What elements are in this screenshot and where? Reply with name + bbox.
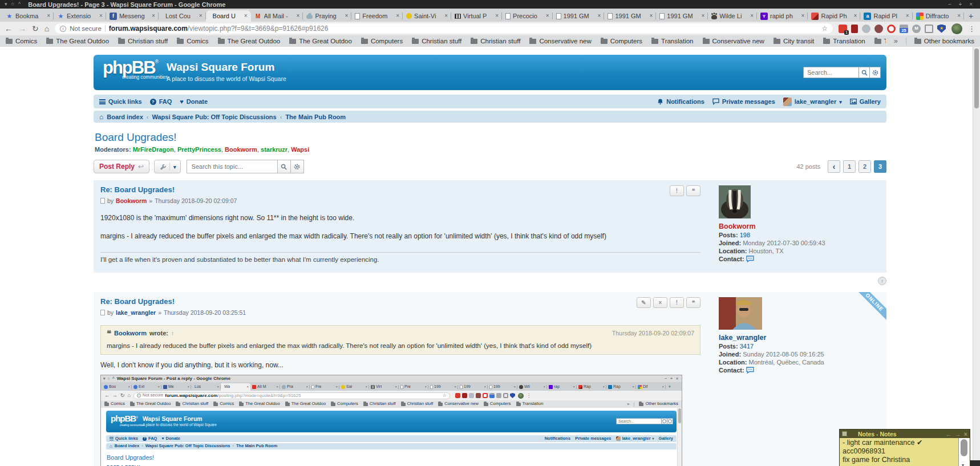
topic-title[interactable]: Board Upgrades! bbox=[95, 131, 886, 144]
notes-back-button[interactable]: ← bbox=[946, 431, 952, 437]
browser-tab[interactable]: Freedom bbox=[351, 10, 403, 22]
home-button[interactable]: ⌂ bbox=[44, 25, 49, 33]
bookmark-folder[interactable]: Conservative new bbox=[529, 38, 591, 44]
tab-close-icon[interactable] bbox=[854, 13, 857, 19]
moderator-link[interactable]: Wapsi bbox=[291, 146, 309, 153]
browser-tab[interactable]: Rapid Ph bbox=[808, 10, 860, 22]
post-action-button[interactable]: × bbox=[653, 297, 667, 308]
quote-jump-icon[interactable]: ↑ bbox=[171, 330, 174, 338]
profile-username[interactable]: lake_wrangler bbox=[719, 334, 880, 342]
extension-icon[interactable] bbox=[925, 25, 933, 33]
bookmark-folder[interactable]: Translation bbox=[874, 38, 886, 44]
bookmark-folder[interactable]: Comics bbox=[177, 38, 208, 44]
pm-contact-icon[interactable] bbox=[746, 256, 754, 264]
quick-links-menu[interactable]: Quick links bbox=[99, 98, 142, 105]
pm-contact-icon[interactable] bbox=[746, 367, 754, 375]
tab-close-icon[interactable] bbox=[199, 13, 203, 19]
page-number-button[interactable]: 2 bbox=[858, 160, 871, 173]
bookmark-folder[interactable]: The Great Outdoo bbox=[289, 38, 352, 44]
nested-tab[interactable]: Los bbox=[191, 383, 221, 391]
browser-tab[interactable]: Precocio bbox=[502, 10, 552, 22]
extension-icon[interactable] bbox=[862, 25, 870, 33]
browser-menu-icon[interactable]: ⋮ bbox=[968, 25, 975, 33]
nested-tab[interactable]: Pre bbox=[399, 383, 428, 391]
moderator-link[interactable]: PrettyPrincess bbox=[177, 146, 225, 153]
tab-close-icon[interactable] bbox=[495, 13, 499, 19]
avatar[interactable] bbox=[719, 297, 762, 330]
tab-close-icon[interactable] bbox=[444, 13, 448, 19]
new-tab-button[interactable]: + bbox=[964, 10, 978, 22]
moderator-link[interactable]: Bookworm bbox=[225, 146, 261, 153]
browser-tab[interactable]: All Mail - bbox=[251, 10, 303, 22]
bookmarks-overflow-button[interactable]: » bbox=[894, 37, 898, 45]
window-sticky-icon[interactable]: ○ bbox=[11, 2, 14, 7]
bookmark-folder[interactable]: Christian stuff bbox=[471, 38, 520, 44]
post-reply-button[interactable]: Post Reply↩ bbox=[94, 160, 149, 173]
bookmark-folder[interactable]: The Great Outdoo bbox=[218, 38, 281, 44]
avatar[interactable] bbox=[719, 185, 751, 218]
breadcrumb-room[interactable]: The Main Pub Room bbox=[285, 114, 346, 120]
notes-scroll-down-icon[interactable] bbox=[962, 463, 964, 466]
tab-close-icon[interactable] bbox=[47, 13, 50, 19]
browser-tab[interactable]: 1991 GM bbox=[553, 10, 605, 22]
nested-tab[interactable]: Wil bbox=[517, 383, 547, 391]
extension-icon[interactable] bbox=[912, 25, 921, 33]
browser-tab[interactable]: Virtual P bbox=[451, 10, 502, 22]
post-action-button[interactable]: ❝ bbox=[686, 297, 700, 308]
faq-link[interactable]: FAQ bbox=[150, 98, 172, 105]
notifications-link[interactable]: Notifications bbox=[657, 98, 704, 105]
topic-search-settings-button[interactable] bbox=[290, 160, 304, 173]
nested-tab[interactable]: Dif bbox=[636, 383, 666, 391]
forward-button[interactable]: → bbox=[18, 25, 26, 33]
nested-tab[interactable]: Me bbox=[161, 383, 191, 391]
post-action-button[interactable]: ! bbox=[670, 297, 684, 308]
notes-widget[interactable]: Notes - Notes ← → × - light car maintena… bbox=[840, 429, 970, 466]
tab-close-icon[interactable] bbox=[598, 13, 601, 19]
post-title-link[interactable]: Re: Board Upgrades! bbox=[100, 185, 700, 194]
search-input[interactable] bbox=[803, 67, 859, 78]
post-author-link[interactable]: lake_wrangler bbox=[116, 309, 156, 316]
extension-icon[interactable] bbox=[839, 25, 847, 33]
other-bookmarks-button[interactable]: Other bookmarks bbox=[914, 38, 974, 44]
browser-tab[interactable]: Rapid Pl bbox=[860, 10, 912, 22]
bookmark-folder[interactable]: Computers bbox=[601, 38, 642, 44]
nested-tab[interactable]: All M bbox=[250, 383, 280, 391]
extension-icon[interactable] bbox=[887, 25, 896, 33]
nested-tab[interactable]: Sai bbox=[339, 383, 369, 391]
extension-icon[interactable] bbox=[900, 25, 908, 33]
nested-tab[interactable]: Boo bbox=[102, 383, 132, 391]
breadcrumb-board-index[interactable]: Board index bbox=[107, 114, 143, 120]
post-action-button[interactable]: ✎ bbox=[637, 297, 651, 308]
tab-close-icon[interactable] bbox=[345, 13, 349, 19]
profile-username[interactable]: Bookworm bbox=[719, 222, 880, 230]
notes-close-button[interactable]: × bbox=[964, 431, 967, 437]
nested-tab[interactable]: 199 bbox=[488, 383, 517, 391]
post-icon[interactable] bbox=[100, 198, 105, 204]
bookmark-folder[interactable]: Christian stuff bbox=[118, 38, 168, 44]
browser-tab[interactable]: Board U bbox=[206, 10, 251, 22]
scrollbar-thumb[interactable] bbox=[974, 48, 979, 108]
bookmark-folder[interactable]: Translation bbox=[823, 38, 865, 44]
nested-tab[interactable]: 199 bbox=[458, 383, 488, 391]
browser-tab[interactable]: rapid ph bbox=[757, 10, 808, 22]
extension-icon[interactable] bbox=[851, 25, 858, 33]
moderator-link[interactable]: starkruzr bbox=[261, 146, 291, 153]
tab-close-icon[interactable] bbox=[396, 13, 399, 19]
nested-tab[interactable]: Pra bbox=[280, 383, 310, 391]
posts-count-link[interactable]: 3417 bbox=[740, 343, 754, 350]
user-menu[interactable]: lake_wrangler bbox=[783, 98, 842, 106]
nested-tab[interactable]: Rap bbox=[606, 383, 636, 391]
notes-scrollbar-thumb[interactable] bbox=[961, 439, 967, 456]
profile-avatar[interactable] bbox=[951, 23, 962, 34]
bookmark-star-icon[interactable]: ☆ bbox=[821, 25, 828, 33]
nested-tab[interactable]: Virt bbox=[369, 383, 399, 391]
browser-tab[interactable]: 1991 GM bbox=[656, 10, 708, 22]
post-title-link[interactable]: Re: Board Upgrades! bbox=[100, 297, 700, 306]
window-shade-icon[interactable]: ▾ bbox=[5, 2, 7, 7]
post-action-button[interactable]: ! bbox=[670, 185, 684, 196]
nested-tab[interactable]: 199 bbox=[428, 383, 458, 391]
breadcrumb-forum[interactable]: Wapsi Square Pub: Off Topic Discussions bbox=[152, 114, 277, 120]
previous-page-button[interactable]: ‹ bbox=[828, 160, 840, 173]
page-info-icon[interactable] bbox=[60, 26, 66, 32]
nested-tab[interactable]: Wa bbox=[221, 383, 250, 391]
